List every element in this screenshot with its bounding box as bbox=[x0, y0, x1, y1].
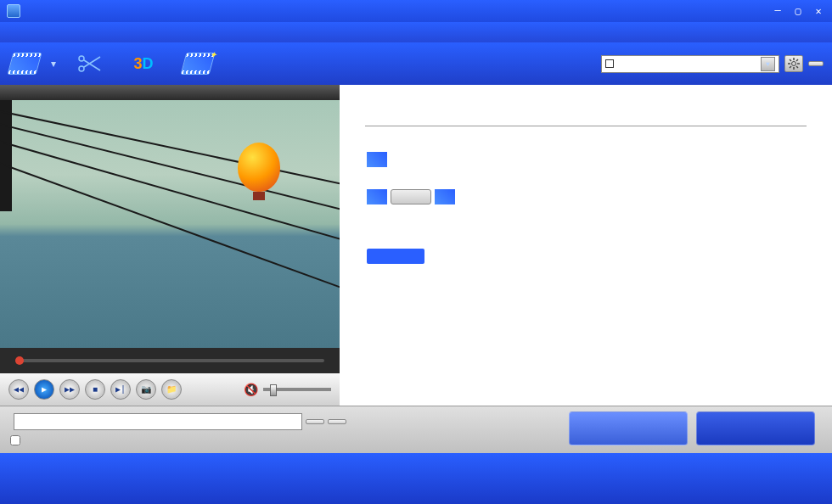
playback-controls: ◀◀ ▶ ▶▶ ■ ▶| 📷 📁 🔇 bbox=[0, 373, 340, 406]
close-button[interactable]: ✕ bbox=[812, 5, 825, 17]
3d-badge-icon bbox=[391, 189, 431, 204]
footer bbox=[0, 406, 832, 453]
toolbar: ▾ 3D ✦ ▼ bbox=[0, 42, 832, 85]
app-icon bbox=[7, 4, 20, 18]
play-button[interactable]: ▶ bbox=[34, 379, 54, 400]
destination-input[interactable] bbox=[14, 413, 302, 430]
3d-button[interactable]: 3D bbox=[127, 49, 165, 78]
apply-to-all-button[interactable] bbox=[808, 61, 824, 66]
edit-icon: ✦ bbox=[182, 49, 214, 78]
clip-button[interactable] bbox=[73, 49, 110, 78]
open-folder-button[interactable] bbox=[328, 419, 346, 424]
maximize-button[interactable]: ▢ bbox=[791, 5, 805, 17]
step-button[interactable]: ▶| bbox=[110, 379, 131, 400]
format-icon bbox=[605, 59, 614, 68]
titlebar: ─ ▢ ✕ bbox=[0, 0, 832, 22]
step-2 bbox=[365, 189, 807, 204]
content-area: ◀◀ ▶ ▶▶ ■ ▶| 📷 📁 🔇 bbox=[0, 85, 832, 406]
svg-line-8 bbox=[796, 66, 798, 68]
balloon-graphic bbox=[238, 143, 280, 192]
edit-icon bbox=[435, 189, 455, 204]
profile-area: ▼ bbox=[596, 55, 824, 73]
mute-icon[interactable]: 🔇 bbox=[244, 383, 258, 397]
volume-slider[interactable] bbox=[263, 388, 331, 391]
bottom-bar bbox=[0, 453, 832, 504]
chevron-down-icon[interactable]: ▼ bbox=[761, 57, 775, 71]
3d-icon: 3D bbox=[127, 49, 160, 78]
preview-panel: ◀◀ ▶ ▶▶ ■ ▶| 📷 📁 🔇 bbox=[0, 85, 340, 406]
next-button[interactable]: ▶▶ bbox=[59, 379, 80, 400]
convert-mini-button bbox=[367, 249, 424, 264]
time-bar bbox=[0, 348, 340, 373]
merge-checkbox[interactable] bbox=[10, 435, 20, 445]
minimize-button[interactable]: ─ bbox=[771, 5, 784, 17]
svg-line-10 bbox=[796, 59, 798, 61]
film-icon bbox=[367, 152, 387, 167]
folder-button[interactable]: 📁 bbox=[161, 379, 182, 400]
getting-started-panel bbox=[340, 85, 832, 406]
settings-button[interactable] bbox=[784, 55, 803, 72]
edit-button[interactable]: ✦ bbox=[182, 49, 219, 78]
snapshot-button[interactable]: 📷 bbox=[136, 379, 156, 400]
step-1 bbox=[365, 152, 807, 167]
menubar bbox=[0, 22, 832, 42]
gear-icon bbox=[788, 58, 800, 70]
svg-line-9 bbox=[790, 66, 791, 68]
svg-point-1 bbox=[79, 66, 84, 71]
browse-button[interactable] bbox=[306, 419, 324, 424]
upgrade-button[interactable] bbox=[569, 412, 688, 445]
dropdown-arrow-icon: ▾ bbox=[51, 58, 56, 70]
seek-slider[interactable] bbox=[15, 359, 324, 362]
add-file-button[interactable]: ▾ bbox=[8, 49, 56, 78]
prev-button[interactable]: ◀◀ bbox=[8, 379, 29, 400]
preview-image bbox=[0, 100, 340, 348]
stop-button[interactable]: ■ bbox=[85, 379, 105, 400]
scissors-icon bbox=[73, 49, 105, 78]
convert-button[interactable] bbox=[696, 412, 815, 445]
profile-select[interactable]: ▼ bbox=[601, 55, 779, 73]
step-4 bbox=[365, 249, 807, 264]
film-icon bbox=[8, 49, 41, 78]
preview-header bbox=[0, 85, 340, 100]
svg-point-0 bbox=[79, 56, 84, 61]
svg-point-2 bbox=[792, 62, 796, 66]
svg-line-7 bbox=[790, 59, 791, 61]
film-icon bbox=[367, 189, 387, 204]
